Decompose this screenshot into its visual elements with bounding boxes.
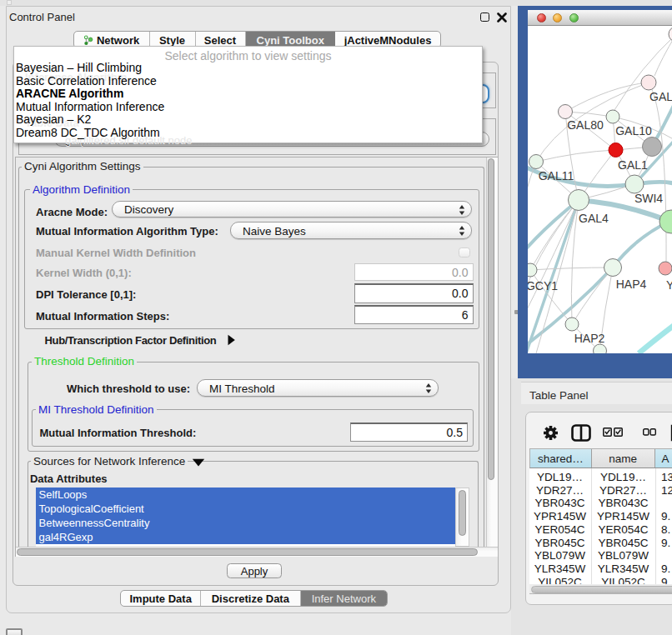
svg-text:GAL11: GAL11 [539,169,574,182]
svg-text:GAL80: GAL80 [567,118,604,132]
svg-text:GAL10: GAL10 [615,124,652,138]
svg-text:GAL1: GAL1 [618,158,648,172]
svg-text:SWI4: SWI4 [634,192,663,205]
svg-text:YJ: YJ [666,278,672,292]
svg-text:GAL7: GAL7 [649,90,672,103]
svg-text:GCY1: GCY1 [528,279,558,292]
svg-text:HAP2: HAP2 [574,332,605,345]
svg-text:HAP4: HAP4 [616,278,647,291]
svg-text:GAL4: GAL4 [579,212,609,225]
